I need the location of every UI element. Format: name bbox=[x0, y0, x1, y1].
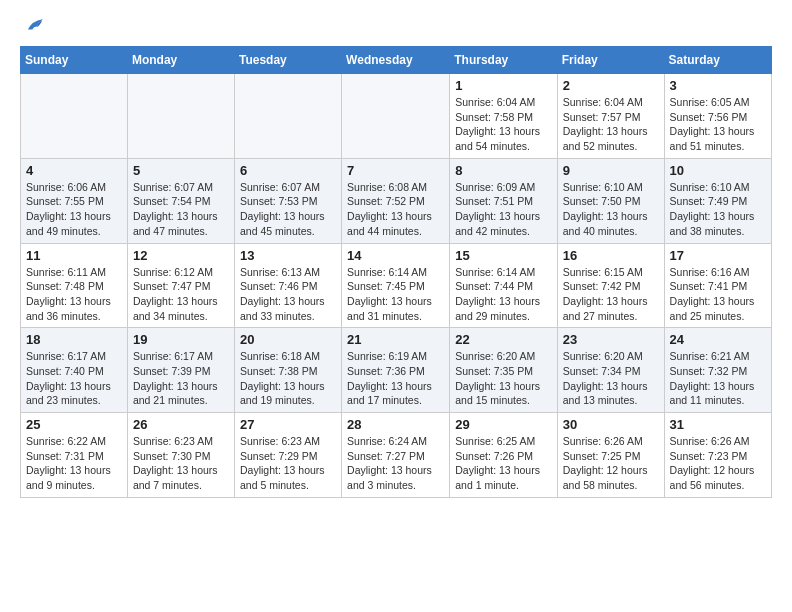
calendar-cell bbox=[21, 74, 128, 159]
day-number: 1 bbox=[455, 78, 552, 93]
day-detail: Sunrise: 6:04 AM Sunset: 7:57 PM Dayligh… bbox=[563, 96, 648, 152]
day-number: 11 bbox=[26, 248, 123, 263]
calendar-cell bbox=[342, 74, 450, 159]
day-number: 12 bbox=[133, 248, 230, 263]
calendar-cell: 22Sunrise: 6:20 AM Sunset: 7:35 PM Dayli… bbox=[450, 328, 557, 413]
day-detail: Sunrise: 6:12 AM Sunset: 7:47 PM Dayligh… bbox=[133, 266, 218, 322]
day-detail: Sunrise: 6:10 AM Sunset: 7:50 PM Dayligh… bbox=[563, 181, 648, 237]
calendar-cell: 2Sunrise: 6:04 AM Sunset: 7:57 PM Daylig… bbox=[557, 74, 664, 159]
calendar-cell: 19Sunrise: 6:17 AM Sunset: 7:39 PM Dayli… bbox=[127, 328, 234, 413]
calendar-cell: 31Sunrise: 6:26 AM Sunset: 7:23 PM Dayli… bbox=[664, 413, 771, 498]
calendar-cell: 21Sunrise: 6:19 AM Sunset: 7:36 PM Dayli… bbox=[342, 328, 450, 413]
day-detail: Sunrise: 6:22 AM Sunset: 7:31 PM Dayligh… bbox=[26, 435, 111, 491]
day-number: 25 bbox=[26, 417, 123, 432]
day-detail: Sunrise: 6:23 AM Sunset: 7:30 PM Dayligh… bbox=[133, 435, 218, 491]
calendar-cell: 20Sunrise: 6:18 AM Sunset: 7:38 PM Dayli… bbox=[234, 328, 341, 413]
day-detail: Sunrise: 6:11 AM Sunset: 7:48 PM Dayligh… bbox=[26, 266, 111, 322]
day-number: 3 bbox=[670, 78, 767, 93]
day-detail: Sunrise: 6:16 AM Sunset: 7:41 PM Dayligh… bbox=[670, 266, 755, 322]
calendar-cell: 24Sunrise: 6:21 AM Sunset: 7:32 PM Dayli… bbox=[664, 328, 771, 413]
calendar-week-row: 25Sunrise: 6:22 AM Sunset: 7:31 PM Dayli… bbox=[21, 413, 772, 498]
calendar-cell: 26Sunrise: 6:23 AM Sunset: 7:30 PM Dayli… bbox=[127, 413, 234, 498]
day-of-week-header: Sunday bbox=[21, 47, 128, 74]
day-number: 7 bbox=[347, 163, 445, 178]
day-detail: Sunrise: 6:26 AM Sunset: 7:23 PM Dayligh… bbox=[670, 435, 755, 491]
day-number: 5 bbox=[133, 163, 230, 178]
day-detail: Sunrise: 6:07 AM Sunset: 7:54 PM Dayligh… bbox=[133, 181, 218, 237]
calendar-cell: 17Sunrise: 6:16 AM Sunset: 7:41 PM Dayli… bbox=[664, 243, 771, 328]
day-number: 6 bbox=[240, 163, 337, 178]
day-detail: Sunrise: 6:06 AM Sunset: 7:55 PM Dayligh… bbox=[26, 181, 111, 237]
day-number: 19 bbox=[133, 332, 230, 347]
calendar-week-row: 11Sunrise: 6:11 AM Sunset: 7:48 PM Dayli… bbox=[21, 243, 772, 328]
calendar-cell: 25Sunrise: 6:22 AM Sunset: 7:31 PM Dayli… bbox=[21, 413, 128, 498]
calendar-cell: 29Sunrise: 6:25 AM Sunset: 7:26 PM Dayli… bbox=[450, 413, 557, 498]
day-number: 13 bbox=[240, 248, 337, 263]
day-number: 21 bbox=[347, 332, 445, 347]
day-number: 26 bbox=[133, 417, 230, 432]
day-of-week-header: Tuesday bbox=[234, 47, 341, 74]
logo bbox=[20, 16, 44, 36]
day-number: 31 bbox=[670, 417, 767, 432]
day-number: 18 bbox=[26, 332, 123, 347]
day-detail: Sunrise: 6:17 AM Sunset: 7:39 PM Dayligh… bbox=[133, 350, 218, 406]
day-detail: Sunrise: 6:14 AM Sunset: 7:45 PM Dayligh… bbox=[347, 266, 432, 322]
day-detail: Sunrise: 6:15 AM Sunset: 7:42 PM Dayligh… bbox=[563, 266, 648, 322]
day-number: 8 bbox=[455, 163, 552, 178]
calendar-cell: 15Sunrise: 6:14 AM Sunset: 7:44 PM Dayli… bbox=[450, 243, 557, 328]
day-detail: Sunrise: 6:24 AM Sunset: 7:27 PM Dayligh… bbox=[347, 435, 432, 491]
day-number: 30 bbox=[563, 417, 660, 432]
day-number: 2 bbox=[563, 78, 660, 93]
calendar-cell: 9Sunrise: 6:10 AM Sunset: 7:50 PM Daylig… bbox=[557, 158, 664, 243]
day-of-week-header: Wednesday bbox=[342, 47, 450, 74]
day-detail: Sunrise: 6:19 AM Sunset: 7:36 PM Dayligh… bbox=[347, 350, 432, 406]
logo-bird-icon bbox=[22, 14, 44, 36]
calendar-cell: 13Sunrise: 6:13 AM Sunset: 7:46 PM Dayli… bbox=[234, 243, 341, 328]
calendar-cell: 16Sunrise: 6:15 AM Sunset: 7:42 PM Dayli… bbox=[557, 243, 664, 328]
day-number: 28 bbox=[347, 417, 445, 432]
calendar-cell: 11Sunrise: 6:11 AM Sunset: 7:48 PM Dayli… bbox=[21, 243, 128, 328]
day-number: 20 bbox=[240, 332, 337, 347]
calendar-cell: 7Sunrise: 6:08 AM Sunset: 7:52 PM Daylig… bbox=[342, 158, 450, 243]
calendar-cell: 6Sunrise: 6:07 AM Sunset: 7:53 PM Daylig… bbox=[234, 158, 341, 243]
day-detail: Sunrise: 6:07 AM Sunset: 7:53 PM Dayligh… bbox=[240, 181, 325, 237]
page-header bbox=[20, 16, 772, 36]
day-of-week-header: Saturday bbox=[664, 47, 771, 74]
day-number: 17 bbox=[670, 248, 767, 263]
day-detail: Sunrise: 6:18 AM Sunset: 7:38 PM Dayligh… bbox=[240, 350, 325, 406]
calendar-header-row: SundayMondayTuesdayWednesdayThursdayFrid… bbox=[21, 47, 772, 74]
calendar-cell bbox=[127, 74, 234, 159]
calendar-cell bbox=[234, 74, 341, 159]
day-detail: Sunrise: 6:05 AM Sunset: 7:56 PM Dayligh… bbox=[670, 96, 755, 152]
day-number: 14 bbox=[347, 248, 445, 263]
calendar-cell: 14Sunrise: 6:14 AM Sunset: 7:45 PM Dayli… bbox=[342, 243, 450, 328]
calendar-cell: 12Sunrise: 6:12 AM Sunset: 7:47 PM Dayli… bbox=[127, 243, 234, 328]
calendar-cell: 5Sunrise: 6:07 AM Sunset: 7:54 PM Daylig… bbox=[127, 158, 234, 243]
calendar-cell: 23Sunrise: 6:20 AM Sunset: 7:34 PM Dayli… bbox=[557, 328, 664, 413]
day-detail: Sunrise: 6:04 AM Sunset: 7:58 PM Dayligh… bbox=[455, 96, 540, 152]
day-number: 23 bbox=[563, 332, 660, 347]
day-detail: Sunrise: 6:10 AM Sunset: 7:49 PM Dayligh… bbox=[670, 181, 755, 237]
day-detail: Sunrise: 6:09 AM Sunset: 7:51 PM Dayligh… bbox=[455, 181, 540, 237]
day-detail: Sunrise: 6:21 AM Sunset: 7:32 PM Dayligh… bbox=[670, 350, 755, 406]
day-detail: Sunrise: 6:23 AM Sunset: 7:29 PM Dayligh… bbox=[240, 435, 325, 491]
day-of-week-header: Friday bbox=[557, 47, 664, 74]
calendar-cell: 10Sunrise: 6:10 AM Sunset: 7:49 PM Dayli… bbox=[664, 158, 771, 243]
day-detail: Sunrise: 6:20 AM Sunset: 7:34 PM Dayligh… bbox=[563, 350, 648, 406]
day-detail: Sunrise: 6:17 AM Sunset: 7:40 PM Dayligh… bbox=[26, 350, 111, 406]
day-detail: Sunrise: 6:26 AM Sunset: 7:25 PM Dayligh… bbox=[563, 435, 648, 491]
day-detail: Sunrise: 6:25 AM Sunset: 7:26 PM Dayligh… bbox=[455, 435, 540, 491]
day-of-week-header: Monday bbox=[127, 47, 234, 74]
day-number: 4 bbox=[26, 163, 123, 178]
day-number: 27 bbox=[240, 417, 337, 432]
day-number: 29 bbox=[455, 417, 552, 432]
calendar-cell: 30Sunrise: 6:26 AM Sunset: 7:25 PM Dayli… bbox=[557, 413, 664, 498]
day-detail: Sunrise: 6:20 AM Sunset: 7:35 PM Dayligh… bbox=[455, 350, 540, 406]
calendar-cell: 8Sunrise: 6:09 AM Sunset: 7:51 PM Daylig… bbox=[450, 158, 557, 243]
calendar-cell: 28Sunrise: 6:24 AM Sunset: 7:27 PM Dayli… bbox=[342, 413, 450, 498]
day-number: 24 bbox=[670, 332, 767, 347]
calendar-week-row: 4Sunrise: 6:06 AM Sunset: 7:55 PM Daylig… bbox=[21, 158, 772, 243]
day-number: 10 bbox=[670, 163, 767, 178]
day-number: 9 bbox=[563, 163, 660, 178]
day-detail: Sunrise: 6:13 AM Sunset: 7:46 PM Dayligh… bbox=[240, 266, 325, 322]
